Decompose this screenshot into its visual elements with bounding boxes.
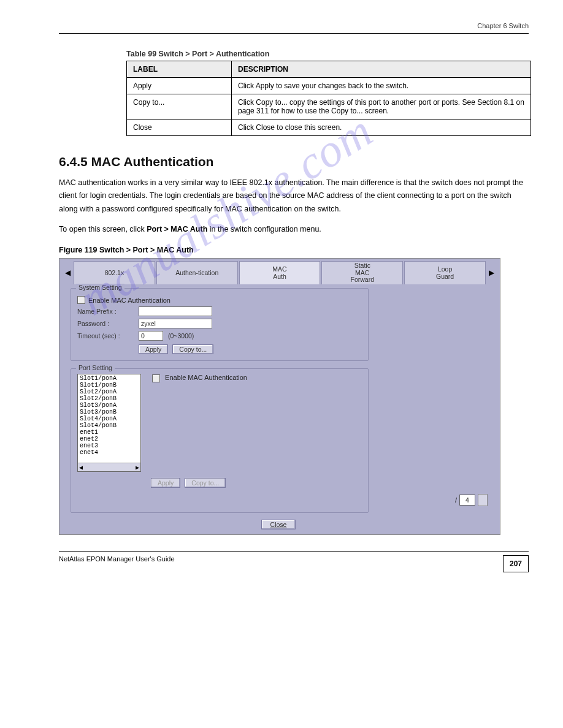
list-item: Slot3/ponB bbox=[78, 409, 140, 415]
cell-desc: Click Close to close this screen. bbox=[232, 119, 531, 136]
port-setting-legend: Port Setting bbox=[76, 364, 115, 371]
system-setting-group: System Setting Enable MAC Authentication… bbox=[71, 288, 369, 361]
table-row: Close Click Close to close this screen. bbox=[127, 119, 531, 136]
enable-mac-auth-checkbox[interactable] bbox=[77, 296, 85, 304]
cell-label: Apply bbox=[127, 78, 232, 94]
timeout-input[interactable] bbox=[139, 331, 163, 341]
timeout-hint: (0~3000) bbox=[168, 332, 194, 339]
paragraph-2: To open this screen, click Port > MAC Au… bbox=[59, 223, 529, 236]
port-apply-button[interactable]: Apply bbox=[151, 478, 180, 488]
tab-loop-guard[interactable]: Loop Guard bbox=[404, 261, 486, 284]
list-item: Slot3/ponA bbox=[78, 402, 140, 409]
port-copy-to-button[interactable]: Copy to... bbox=[185, 478, 226, 488]
table-caption: Table 99 Switch > Port > Authentication bbox=[126, 50, 529, 58]
page-footer: NetAtlas EPON Manager User's Guide 207 bbox=[59, 551, 529, 572]
list-item: enet2 bbox=[78, 436, 140, 442]
tab-arrow-left[interactable]: ◀ bbox=[62, 261, 73, 284]
port-setting-group: Port Setting Slot1/ponA Slot1/ponB Slot2… bbox=[71, 368, 369, 513]
tab-static-mac-forward[interactable]: Static MAC Forward bbox=[321, 261, 403, 284]
list-item: Slot4/ponB bbox=[78, 422, 140, 429]
description-table: LABEL DESCRIPTION Apply Click Apply to s… bbox=[126, 61, 531, 136]
system-setting-legend: System Setting bbox=[76, 284, 124, 291]
cell-label: Close bbox=[127, 119, 232, 136]
port-list[interactable]: Slot1/ponA Slot1/ponB Slot2/ponA Slot2/p… bbox=[77, 374, 141, 472]
tab-8021x[interactable]: 802.1x bbox=[74, 261, 155, 284]
tab-authentication[interactable]: Authen-tication bbox=[156, 261, 238, 284]
list-item: enet1 bbox=[78, 429, 140, 436]
port-enable-mac-auth-checkbox[interactable] bbox=[152, 374, 160, 382]
copy-to-button[interactable]: Copy to... bbox=[172, 344, 213, 354]
tabs-row: ◀ 802.1x Authen-tication MAC Auth Static… bbox=[59, 259, 500, 284]
password-label: Password : bbox=[77, 320, 139, 327]
section-heading: 6.4.5 MAC Authentication bbox=[59, 154, 529, 169]
list-item: Slot2/ponB bbox=[78, 395, 140, 402]
paragraph-1: MAC authentication works in a very simil… bbox=[59, 176, 529, 216]
tab-mac-auth[interactable]: MAC Auth bbox=[239, 261, 321, 284]
cell-desc: Click Copy to... copy the settings of th… bbox=[232, 94, 531, 119]
name-prefix-input[interactable] bbox=[139, 306, 212, 316]
apply-button[interactable]: Apply bbox=[139, 344, 168, 354]
table-row: Copy to... Click Copy to... copy the set… bbox=[127, 94, 531, 119]
page-spinner[interactable] bbox=[478, 494, 488, 506]
page-navigator: / 4 bbox=[455, 494, 488, 506]
chapter-header: Chapter 6 Switch bbox=[59, 22, 529, 34]
list-item: Slot1/ponB bbox=[78, 382, 140, 389]
figure-caption: Figure 119 Switch > Port > MAC Auth bbox=[59, 246, 529, 254]
port-enable-mac-auth-label: Enable MAC Authentication bbox=[165, 374, 247, 381]
th-label: LABEL bbox=[127, 61, 232, 78]
cell-desc: Click Apply to save your changes back to… bbox=[232, 78, 531, 94]
tab-arrow-right[interactable]: ▶ bbox=[486, 261, 497, 284]
footer-left-text: NetAtlas EPON Manager User's Guide bbox=[59, 555, 175, 572]
list-item: Slot4/ponA bbox=[78, 415, 140, 422]
table-row: Apply Click Apply to save your changes b… bbox=[127, 78, 531, 94]
password-input[interactable] bbox=[139, 319, 212, 328]
cell-label: Copy to... bbox=[127, 94, 232, 119]
footer-page-number: 207 bbox=[503, 555, 529, 572]
close-button[interactable]: Close bbox=[261, 520, 296, 529]
page-total-box[interactable]: 4 bbox=[459, 495, 475, 506]
enable-mac-auth-label: Enable MAC Authentication bbox=[88, 297, 170, 304]
ui-screenshot: ◀ 802.1x Authen-tication MAC Auth Static… bbox=[59, 258, 500, 535]
timeout-label: Timeout (sec) : bbox=[77, 332, 139, 339]
list-item: Slot1/ponA bbox=[78, 375, 140, 382]
horizontal-scrollbar[interactable]: ◀▶ bbox=[78, 463, 140, 471]
th-desc: DESCRIPTION bbox=[232, 61, 531, 78]
list-item: enet4 bbox=[78, 449, 140, 456]
name-prefix-label: Name Prefix : bbox=[77, 308, 139, 315]
list-item: Slot2/ponA bbox=[78, 389, 140, 395]
list-item: enet3 bbox=[78, 442, 140, 449]
